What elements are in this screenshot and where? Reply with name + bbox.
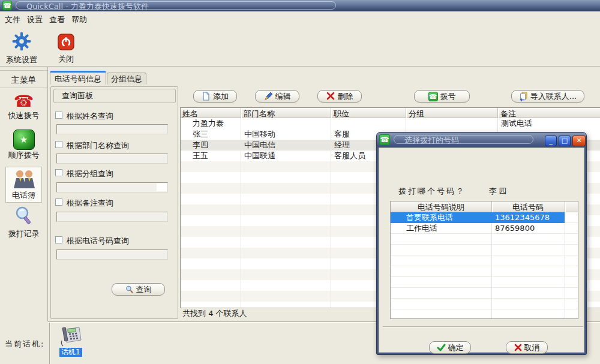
cancel-button[interactable]: 取消 — [506, 341, 548, 354]
phone-name-badge[interactable]: 话机1 — [59, 348, 82, 357]
dialog-phone-icon: ☎ — [379, 134, 390, 145]
sidebar: 主菜单 ☎ 快速拨号 ★ 顺序拨号 电话簿 — [0, 67, 48, 321]
power-icon — [57, 33, 75, 51]
green-phone-icon: ☎ — [428, 92, 438, 101]
check-icon — [437, 344, 446, 351]
query-group-combobox[interactable] — [56, 182, 168, 192]
dialog-groove-line — [383, 326, 583, 327]
sidebar-header: 主菜单 — [0, 70, 47, 88]
add-document-icon — [202, 92, 211, 101]
close-button[interactable]: ✕ — [572, 136, 586, 146]
sidebar-item-label: 顺序拨号 — [0, 150, 47, 161]
dialog-titlebar[interactable]: ☎ 选择拨打的号码 _ □ ✕ — [377, 133, 586, 148]
search-icon — [125, 285, 134, 294]
maximize-button[interactable]: □ — [559, 136, 571, 146]
red-phone-icon: ☎ — [14, 92, 34, 110]
footer-separator — [49, 323, 50, 364]
import-button-label: 导入联系人... — [530, 91, 577, 102]
magnifier-icon — [13, 205, 35, 227]
add-button-label: 添加 — [213, 91, 229, 102]
sidebar-item-label: 电话簿 — [0, 190, 47, 201]
dialog-table-header: 电话号码说明 电话号码 — [391, 201, 578, 212]
red-x-icon — [326, 92, 335, 101]
close-app-button[interactable]: 关闭 — [54, 33, 78, 65]
checkbox-label: 根据电话号码查询 — [67, 236, 129, 246]
dial-button-label: 拨号 — [440, 91, 456, 102]
green-cube-icon: ★ — [13, 130, 35, 150]
menu-file[interactable]: 文件 — [3, 14, 22, 25]
delete-button[interactable]: 删除 — [317, 90, 362, 103]
sidebar-item-label: 拨打记录 — [0, 228, 47, 239]
phone-device-icon[interactable] — [59, 324, 83, 347]
query-note-input[interactable] — [56, 212, 168, 222]
query-name-input[interactable] — [56, 124, 168, 134]
menu-settings[interactable]: 设置 — [25, 14, 44, 25]
query-panel: 查询面板 根据姓名查询 根据部门名称查询 根据分组查询 根据备注查询 根据电话号… — [50, 86, 178, 319]
menu-view[interactable]: 查看 — [47, 14, 67, 25]
titlebar: ☎ QuickCall - 力盈力泰快速拨号软件 — [0, 0, 600, 11]
col-header-phone-number[interactable]: 电话号码 — [491, 202, 565, 213]
edit-button[interactable]: 编辑 — [255, 90, 299, 103]
app-phone-icon: ☎ — [2, 1, 12, 10]
checkbox-query-name[interactable] — [55, 112, 62, 119]
checkbox-label: 根据分组查询 — [67, 169, 113, 179]
checkbox-query-note[interactable] — [55, 198, 62, 206]
dialog-row[interactable]: 工作电话 87659800 — [391, 223, 565, 234]
edit-button-label: 编辑 — [275, 91, 291, 102]
col-header-phone-desc[interactable]: 电话号码说明 — [391, 202, 491, 213]
current-phone-label: 当前话机: — [5, 339, 44, 350]
menu-help[interactable]: 帮助 — [70, 14, 89, 25]
ok-button[interactable]: 确定 — [429, 341, 471, 354]
search-button-label: 查询 — [136, 284, 152, 295]
sidebar-item-sequence-dial[interactable]: ★ 顺序拨号 — [0, 130, 47, 161]
checkbox-label: 根据备注查询 — [67, 198, 113, 209]
cancel-button-label: 取消 — [524, 342, 540, 353]
close-app-label: 关闭 — [54, 54, 78, 65]
checkbox-label: 根据部门名称查询 — [67, 140, 129, 151]
pencil-icon — [264, 92, 273, 101]
tab-phone-info[interactable]: 电话号码信息 — [50, 71, 106, 85]
dialog-row-selected[interactable]: 首要联系电话 13612345678 — [391, 212, 565, 223]
dial-number-dialog: ☎ 选择拨打的号码 _ □ ✕ 拨打哪个号码？ 李四 电话号码说明 电话号码 首… — [376, 132, 587, 355]
system-settings-button[interactable]: 系统设置 — [4, 31, 39, 65]
checkbox-query-group[interactable] — [55, 169, 62, 176]
dialog-phone-table: 电话号码说明 电话号码 首要联系电话 13612345678 工作电话 8765… — [390, 201, 578, 319]
combobox-dropdown-area[interactable] — [157, 183, 167, 191]
sidebar-item-label: 快速拨号 — [0, 110, 47, 121]
table-row[interactable]: 力盈力泰 测试电话 — [181, 118, 600, 129]
dial-button[interactable]: ☎ 拨号 — [414, 90, 470, 103]
minimize-button[interactable]: _ — [545, 136, 557, 146]
cancel-x-icon — [514, 344, 522, 351]
add-button[interactable]: 添加 — [193, 90, 237, 103]
window-title: QuickCall - 力盈力泰快速拨号软件 — [26, 1, 149, 12]
contacts-icon — [11, 169, 37, 188]
import-pages-icon — [519, 92, 528, 101]
sidebar-item-call-log[interactable]: 拨打记录 — [0, 205, 47, 239]
checkbox-query-dept[interactable] — [55, 141, 62, 148]
query-panel-title: 查询面板 — [53, 89, 176, 103]
gear-icon — [11, 31, 32, 52]
query-number-input[interactable] — [56, 249, 168, 260]
query-dept-input[interactable] — [56, 154, 168, 164]
sidebar-item-phonebook[interactable]: 电话簿 — [0, 169, 47, 201]
contacts-table-header: 姓名 部门名称 职位 分组 备注 — [181, 108, 600, 118]
dialog-body: 拨打哪个号码？ 李四 电话号码说明 电话号码 首要联系电话 1361234567… — [379, 148, 584, 353]
ok-button-label: 确定 — [448, 342, 464, 353]
tab-group-info[interactable]: 分组信息 — [107, 73, 146, 85]
sidebar-item-quick-dial[interactable]: ☎ 快速拨号 — [0, 92, 47, 121]
checkbox-query-number[interactable] — [55, 236, 62, 243]
dialog-title: 选择拨打的号码 — [404, 135, 459, 146]
delete-button-label: 删除 — [338, 91, 353, 102]
import-contacts-button[interactable]: 导入联系人... — [511, 90, 584, 103]
menubar: 文件 设置 查看 帮助 — [0, 11, 600, 26]
system-settings-label: 系统设置 — [4, 55, 39, 65]
dialog-contact-name: 李四 — [489, 186, 508, 197]
dialog-prompt: 拨打哪个号码？ — [398, 186, 466, 197]
toolbar-separator — [0, 66, 600, 67]
checkbox-label: 根据姓名查询 — [67, 111, 113, 122]
search-button[interactable]: 查询 — [112, 283, 165, 296]
